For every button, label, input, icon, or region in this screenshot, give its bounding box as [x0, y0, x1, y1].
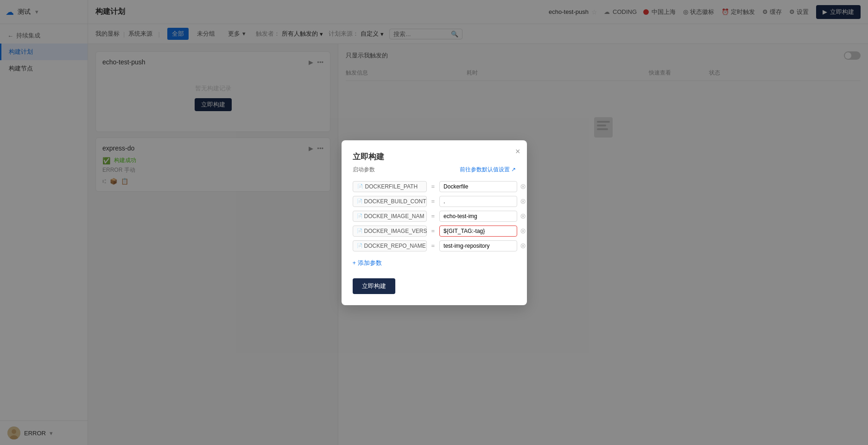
param-val-4[interactable] — [439, 240, 517, 251]
add-param-btn[interactable]: + 添加参数 — [353, 259, 382, 267]
param-key-1: 📄 DOCKER_BUILD_CONT — [353, 196, 427, 207]
param-key-0: 📄 DOCKERFILE_PATH — [353, 181, 427, 192]
param-key-4: 📄 DOCKER_REPO_NAME — [353, 240, 427, 251]
param-clear-3[interactable]: ⊗ — [520, 226, 526, 235]
file-icon-1: 📄 — [357, 198, 362, 205]
param-clear-4[interactable]: ⊗ — [520, 241, 526, 250]
param-row-4: 📄 DOCKER_REPO_NAME = ⊗ — [353, 240, 516, 251]
param-clear-2[interactable]: ⊗ — [520, 212, 526, 220]
modal-subtitle: 启动参数 前往参数默认值设置 ↗ — [353, 166, 516, 174]
modal-footer: 立即构建 — [353, 278, 516, 294]
param-row-3: 📄 DOCKER_IMAGE_VERS = ⊗ — [353, 226, 516, 237]
param-val-3[interactable] — [439, 226, 517, 237]
param-clear-1[interactable]: ⊗ — [520, 197, 526, 206]
param-val-0[interactable] — [439, 181, 517, 192]
param-key-3: 📄 DOCKER_IMAGE_VERS — [353, 226, 427, 237]
param-row-1: 📄 DOCKER_BUILD_CONT = ⊗ — [353, 196, 516, 207]
param-list: 📄 DOCKERFILE_PATH = ⊗ 📄 DOCKER_BUILD_CON… — [353, 181, 516, 251]
modal-build-btn[interactable]: 立即构建 — [353, 278, 395, 294]
param-link[interactable]: 前往参数默认值设置 ↗ — [460, 166, 516, 174]
file-icon-3: 📄 — [357, 228, 362, 234]
param-clear-0[interactable]: ⊗ — [520, 182, 526, 191]
param-key-2: 📄 DOCKER_IMAGE_NAM — [353, 211, 427, 222]
param-row-2: 📄 DOCKER_IMAGE_NAM = ⊗ — [353, 211, 516, 222]
external-link-icon: ↗ — [511, 166, 516, 173]
file-icon-4: 📄 — [357, 243, 362, 249]
modal-overlay: × 立即构建 启动参数 前往参数默认值设置 ↗ 📄 DOCKERFILE_PAT… — [0, 0, 868, 445]
param-val-1[interactable] — [439, 196, 517, 207]
param-val-2[interactable] — [439, 211, 517, 222]
param-row-0: 📄 DOCKERFILE_PATH = ⊗ — [353, 181, 516, 192]
file-icon-0: 📄 — [357, 183, 363, 190]
build-modal: × 立即构建 启动参数 前往参数默认值设置 ↗ 📄 DOCKERFILE_PAT… — [342, 140, 527, 305]
param-section-label: 启动参数 — [353, 166, 375, 174]
modal-close-btn[interactable]: × — [515, 147, 520, 157]
modal-title: 立即构建 — [353, 151, 516, 162]
file-icon-2: 📄 — [357, 213, 362, 219]
